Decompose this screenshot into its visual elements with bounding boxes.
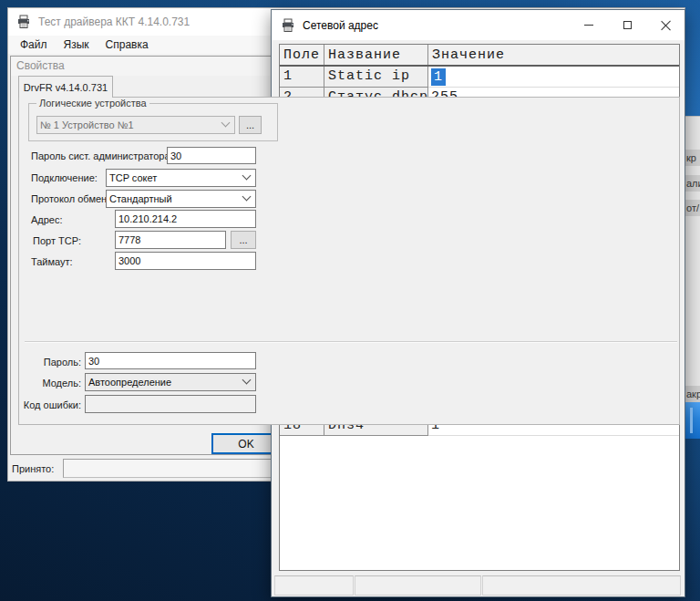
minimize-button[interactable] — [570, 10, 608, 40]
background-button-fragment: кр — [685, 150, 700, 166]
chevron-down-icon — [221, 119, 231, 128]
column-header-value: Значение — [428, 45, 679, 65]
column-header-name: Название — [324, 45, 428, 65]
close-button[interactable] — [646, 10, 685, 40]
tab-drvfr[interactable]: DrvFR v4.14.0.731 — [18, 76, 113, 98]
logical-devices-group: Логические устройства № 1 Устройство №1 … — [28, 103, 278, 141]
logical-devices-label: Логические устройства — [36, 98, 149, 109]
protocol-label: Протокол обмена: — [31, 193, 115, 204]
background-button-fragment: али — [685, 175, 700, 192]
chevron-down-icon — [242, 376, 252, 385]
statusbar-panel — [355, 575, 481, 596]
selected-cell-value[interactable]: 1 — [431, 68, 446, 86]
admin-password-label: Пароль сист. администратора: — [31, 150, 173, 161]
section-divider — [25, 341, 677, 343]
menu-item[interactable]: Файл — [12, 36, 56, 53]
model-select[interactable]: Автоопределение — [85, 373, 256, 391]
cell-field-value[interactable]: 1 — [428, 67, 679, 88]
device-select[interactable]: № 1 Устройство №1 — [36, 116, 235, 134]
close-icon — [661, 20, 671, 30]
printer-icon — [16, 15, 31, 29]
timeout-field[interactable]: 3000 — [115, 252, 256, 270]
main-window-title: Тест драйвера ККТ 4.14.0.731 — [38, 16, 190, 28]
dialog-title: Сетевой адрес — [303, 19, 378, 32]
status-label: Принято: — [12, 463, 54, 474]
background-blue-element — [685, 402, 700, 439]
tcp-port-field[interactable]: 7778 — [115, 231, 226, 249]
connection-select[interactable]: TCP сокет — [106, 169, 256, 187]
statusbar-panel — [274, 575, 354, 596]
minimize-icon — [584, 25, 593, 26]
connection-label: Подключение: — [31, 172, 98, 183]
password-field[interactable]: 30 — [85, 352, 256, 369]
address-field[interactable]: 10.210.214.2 — [115, 210, 256, 228]
model-label: Модель: — [19, 378, 81, 389]
tcp-port-label: Порт TCP: — [33, 235, 81, 246]
table-row: 1Static ip1 — [280, 67, 679, 88]
background-button-fragment: акр — [685, 386, 700, 402]
tcp-port-browse-button[interactable]: ... — [231, 231, 256, 249]
menu-item[interactable]: Справка — [98, 36, 157, 53]
protocol-select[interactable]: Стандартный — [106, 190, 256, 208]
error-code-field — [85, 395, 256, 413]
address-label: Адрес: — [31, 214, 63, 225]
device-browse-button[interactable]: ... — [239, 116, 262, 134]
cell-field-name[interactable]: Static ip — [324, 67, 428, 88]
admin-password-field[interactable]: 30 — [167, 147, 256, 164]
dialog-statusbar — [274, 575, 682, 596]
column-header-field: Поле — [280, 45, 324, 65]
statusbar-panel — [482, 575, 681, 596]
menu-item[interactable]: Язык — [56, 36, 98, 53]
chevron-down-icon — [242, 192, 252, 202]
printer-icon — [281, 18, 295, 33]
error-code-label: Код ошибки: — [19, 399, 81, 410]
password-label: Пароль: — [19, 357, 81, 368]
maximize-icon — [623, 21, 632, 29]
tab-page: Логические устройства № 1 Устройство №1 … — [18, 97, 680, 425]
timeout-label: Таймаут: — [31, 256, 73, 267]
properties-window: Свойства DrvFR v4.14.0.731 Логические ус… — [10, 56, 685, 455]
grid-empty-area — [280, 436, 679, 570]
table-header: Поле Название Значение — [280, 45, 679, 67]
dialog-titlebar: Сетевой адрес — [272, 10, 685, 40]
background-button-fragment: от/ — [685, 200, 700, 216]
chevron-down-icon — [242, 171, 252, 181]
maximize-button[interactable] — [608, 10, 646, 40]
cell-field-number[interactable]: 1 — [280, 67, 324, 88]
background-window-fragment: кр али от/ акр — [685, 116, 700, 438]
